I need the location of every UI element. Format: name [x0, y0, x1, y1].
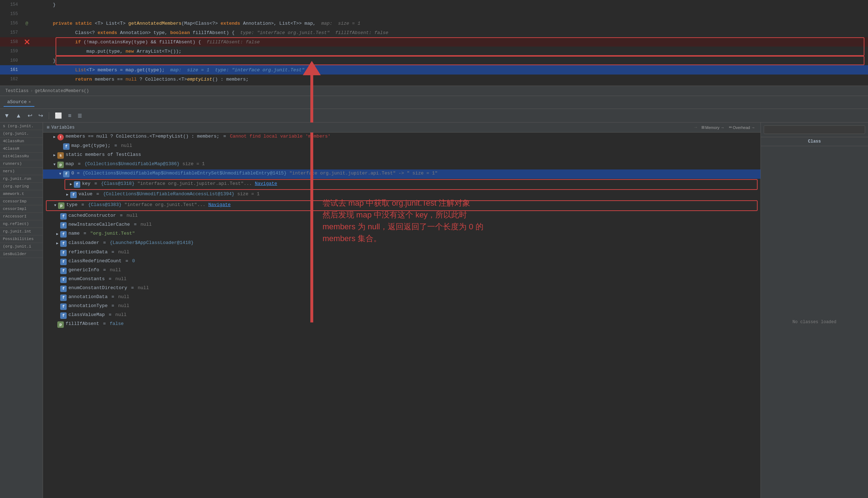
var-value[interactable]: ▶ f value = {Collections$UnmodifiableRan…	[43, 190, 760, 200]
var-generic-info[interactable]: f genericInfo = null	[43, 266, 760, 275]
sidebar-item-11[interactable]: cessorImpl	[0, 205, 43, 213]
var-enum-constants[interactable]: f enumConstants = null	[43, 275, 760, 284]
field-icon-crc: f	[60, 259, 67, 265]
variables-label: Variables	[51, 125, 75, 130]
overhead-icon: ✏	[729, 125, 732, 130]
var-type-outline: ▼ p type = {Class@1383} "interface org.j…	[46, 200, 758, 211]
field-icon-ad: f	[60, 295, 67, 301]
sidebar-item-6[interactable]: ners)	[0, 168, 43, 175]
public-icon-fia: p	[57, 321, 64, 328]
separator	[49, 112, 49, 119]
sidebar-item-12[interactable]: rAccessorI	[0, 213, 43, 220]
var-new-instance-caller[interactable]: f newInstanceCallerCache = null	[43, 221, 760, 230]
var-map-entry-0[interactable]: ▼ f 0 = {Collections$UnmodifiableMap$Unm…	[43, 169, 760, 179]
sidebar-item-0[interactable]: s (org.junit.	[0, 123, 43, 130]
breadcrumb-method: getAnnotatedMembers()	[35, 88, 89, 94]
no-classes-message: No classes loaded	[761, 146, 868, 498]
right-panel: Class No classes loaded	[760, 123, 868, 498]
sidebar-item-10[interactable]: ccessorImp	[0, 198, 43, 205]
right-panel-search-container	[761, 123, 868, 137]
sidebar-item-14[interactable]: rg.junit.int	[0, 228, 43, 235]
code-editor: 154 } 155 156 @ private static <T> List<…	[0, 0, 868, 86]
overhead-button[interactable]: ✏ Overhead →	[727, 124, 757, 130]
var-cached-constructor[interactable]: f cachedConstructor = null	[43, 212, 760, 221]
group-view-button[interactable]: ≣	[75, 111, 84, 120]
step-in-button[interactable]: ↪	[36, 111, 45, 120]
field-icon-gi: f	[60, 268, 67, 274]
sidebar-item-5[interactable]: runners)	[0, 160, 43, 168]
field-icon-ecd: f	[60, 286, 67, 292]
field-icon-cl: f	[60, 240, 67, 247]
var-enum-constant-dir[interactable]: f enumConstantDirectory = null	[43, 284, 760, 293]
close-icon[interactable]: ×	[29, 100, 31, 104]
var-members-error[interactable]: ▶ ! members == null ? Collections.<T>emp…	[43, 133, 760, 142]
variables-panel: ≡ Variables → ⊞ Memory → ✏ Overhead →	[43, 123, 760, 498]
var-class-loader[interactable]: ▶ f classLoader = {Launcher$AppClassLoad…	[43, 239, 760, 248]
left-sidebar: s (org.junit. (org.junit. 4ClassRun 4Cla…	[0, 123, 43, 498]
debugger-toolbar: ▼ ▲ ↩ ↪ ⬜ ≡ ≣	[0, 109, 868, 123]
debugger-main: s (org.junit. (org.junit. 4ClassRun 4Cla…	[0, 123, 868, 498]
field-icon-name: f	[60, 231, 67, 238]
field-icon-rd: f	[60, 250, 67, 256]
class-column-header: Class	[761, 137, 868, 146]
sidebar-item-8[interactable]: (org.spring	[0, 183, 43, 190]
list-view-button[interactable]: ≡	[66, 111, 73, 120]
field-icon: f	[63, 143, 70, 150]
search-input[interactable]	[764, 125, 865, 134]
sidebar-item-17[interactable]: iesBuilder	[0, 250, 43, 258]
code-line-163: 163 }	[0, 84, 868, 86]
memory-icon: ⊞	[701, 125, 705, 130]
tab-bar: aSource ×	[0, 96, 868, 109]
var-key-outline: ▶ f key = {Class@1318} "interface org.ju…	[65, 179, 758, 190]
field-icon-val: f	[70, 192, 77, 198]
step-down-button[interactable]: ▼	[2, 111, 12, 120]
field-icon-2: f	[63, 171, 70, 177]
field-icon-ec: f	[60, 277, 67, 283]
sidebar-item-16[interactable]: (org.junit.i	[0, 243, 43, 250]
breadcrumb: TestClass › getAnnotatedMembers()	[0, 86, 868, 96]
code-line-159: 159 map.put(type, new ArrayList<T>());	[0, 47, 868, 56]
var-key[interactable]: ▶ f key = {Class@1318} "interface org.ju…	[65, 180, 757, 189]
var-class-value-map[interactable]: f classValueMap = null	[43, 311, 760, 320]
field-icon-key: f	[74, 181, 80, 188]
sidebar-item-1[interactable]: (org.junit.	[0, 130, 43, 138]
variables-list: ▶ ! members == null ? Collections.<T>emp…	[43, 133, 760, 498]
var-fill-if-absent[interactable]: p fillIfAbsent = false	[43, 320, 760, 329]
datasource-tab[interactable]: aSource ×	[4, 98, 34, 107]
breadcrumb-class: TestClass	[5, 88, 29, 94]
tab-label: aSource	[7, 99, 27, 105]
public-icon: p	[57, 162, 64, 168]
memory-button[interactable]: ⊞ Memory →	[700, 124, 726, 130]
sidebar-item-4[interactable]: nit4ClassRu	[0, 153, 43, 160]
step-up-button[interactable]: ▲	[14, 111, 24, 120]
var-map[interactable]: ▼ p map = {Collections$UnmodifiableMap@1…	[43, 160, 760, 169]
field-icon-nicc: f	[60, 222, 67, 229]
field-icon-cc: f	[60, 213, 67, 220]
var-map-get[interactable]: f map.get(type); = null	[43, 142, 760, 151]
step-out-button[interactable]: ↩	[25, 111, 34, 120]
sidebar-item-3[interactable]: 4ClassR	[0, 145, 43, 153]
var-reflection-data[interactable]: f reflectionData = null	[43, 248, 760, 257]
panel-nav-bar: → ⊞ Memory → ✏ Overhead →	[695, 124, 757, 130]
sidebar-item-7[interactable]: rg.junit.run	[0, 175, 43, 183]
sidebar-item-13[interactable]: ng.reflect)	[0, 220, 43, 228]
sidebar-item-2[interactable]: 4ClassRun	[0, 138, 43, 145]
sidebar-item-15[interactable]: Possibilities	[0, 235, 43, 243]
public-icon-type: p	[58, 202, 65, 209]
var-type[interactable]: ▼ p type = {Class@1383} "interface org.j…	[47, 201, 757, 210]
variables-header: ≡ Variables → ⊞ Memory → ✏ Overhead →	[43, 123, 760, 133]
var-annotation-data[interactable]: f annotationData = null	[43, 293, 760, 302]
field-icon-cvm: f	[60, 312, 67, 319]
static-icon: s	[57, 152, 64, 159]
code-line-154: 154 }	[0, 0, 868, 9]
code-line-162: 162 return members == null ? Collections…	[0, 75, 868, 84]
var-class-redefined[interactable]: f classRedefinedCount = 0	[43, 257, 760, 266]
sidebar-item-9[interactable]: amework.t	[0, 190, 43, 198]
error-icon: !	[57, 134, 64, 140]
field-icon-at: f	[60, 303, 67, 310]
table-view-button[interactable]: ⬜	[53, 111, 64, 120]
var-name[interactable]: ▶ f name = "org.junit.Test"	[43, 230, 760, 239]
var-annotation-type[interactable]: f annotationType = null	[43, 302, 760, 311]
var-static-members[interactable]: ▶ s static members of TestClass	[43, 151, 760, 160]
